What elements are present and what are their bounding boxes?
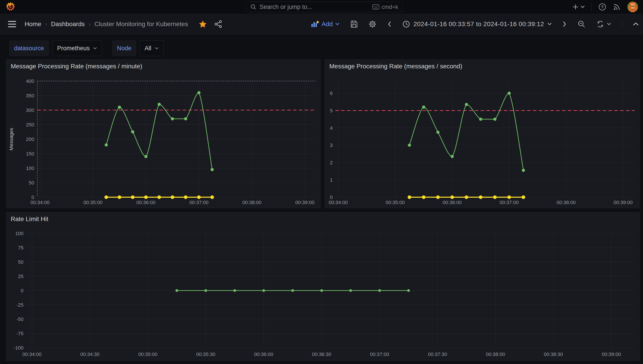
node-value: All	[145, 45, 151, 52]
zoom-out-button[interactable]	[577, 20, 585, 28]
svg-text:150: 150	[26, 151, 34, 156]
svg-text:00:39:00: 00:39:00	[613, 200, 633, 205]
breadcrumb-item-dashboards[interactable]: Dashboards	[51, 20, 85, 28]
svg-text:-75: -75	[16, 331, 24, 336]
time-shift-forward-button[interactable]	[562, 21, 567, 27]
svg-text:00:39:00: 00:39:00	[295, 200, 315, 205]
svg-text:50: 50	[29, 180, 34, 186]
svg-text:?: ?	[601, 5, 604, 10]
dashboard-settings-button[interactable]	[368, 20, 376, 28]
share-button[interactable]	[215, 20, 223, 28]
favorite-button[interactable]	[199, 20, 207, 28]
news-button[interactable]	[613, 3, 621, 11]
chevron-down-icon	[548, 23, 552, 26]
time-range-picker[interactable]: 2024-01-16 00:33:57 to 2024-01-16 00:39:…	[402, 20, 551, 28]
shortcut-hint: cmd+k	[372, 4, 398, 10]
chevron-up-icon	[633, 22, 639, 26]
svg-text:00:38:00: 00:38:00	[556, 200, 576, 205]
variable-filters: datasource Prometheus Node All	[10, 40, 164, 56]
time-shift-back-button[interactable]	[387, 21, 392, 27]
svg-text:100: 100	[15, 231, 24, 236]
breadcrumb-item-current: Cluster Monitoring for Kubernetes	[94, 20, 188, 28]
topbar-divider	[591, 3, 592, 11]
svg-text:200: 200	[26, 136, 34, 142]
svg-text:00:36:00: 00:36:00	[254, 352, 273, 357]
search-box[interactable]: Search or jump to... cmd+k	[246, 2, 402, 12]
top-bar: Search or jump to... cmd+k	[0, 0, 643, 14]
svg-text:5: 5	[330, 108, 333, 114]
chevron-down-icon	[607, 23, 611, 26]
collapse-toolbar-button[interactable]	[633, 22, 639, 26]
svg-text:0: 0	[32, 194, 34, 200]
svg-text:00:34:00: 00:34:00	[22, 352, 42, 357]
svg-text:00:38:30: 00:38:30	[544, 352, 563, 357]
save-dashboard-button[interactable]	[350, 20, 358, 28]
chevron-down-icon	[155, 47, 158, 50]
chevron-left-icon	[387, 21, 392, 27]
svg-text:00:38:00: 00:38:00	[486, 352, 505, 357]
datasource-variable-label: datasource	[10, 40, 49, 56]
svg-text:350: 350	[26, 93, 34, 98]
svg-text:00:34:30: 00:34:30	[80, 352, 99, 357]
breadcrumb-item-home[interactable]: Home	[25, 20, 41, 28]
time-range-label: 2024-01-16 00:33:57 to 2024-01-16 00:39:…	[413, 20, 544, 28]
save-icon	[350, 20, 358, 28]
panel-chart: 40035030025020015010050000:34:0000:35:00…	[6, 60, 321, 208]
svg-text:00:34:00: 00:34:00	[329, 200, 348, 205]
svg-text:00:35:00: 00:35:00	[138, 352, 157, 357]
user-avatar[interactable]	[627, 2, 638, 12]
breadcrumb-separator: ›	[88, 22, 91, 27]
svg-text:4: 4	[330, 125, 333, 131]
node-variable-label: Node	[112, 40, 136, 56]
svg-text:50: 50	[18, 259, 24, 265]
new-button[interactable]	[572, 4, 585, 10]
svg-text:00:35:00: 00:35:00	[386, 200, 405, 205]
chevron-down-icon	[335, 23, 339, 26]
svg-text:00:36:00: 00:36:00	[136, 200, 156, 205]
chevron-down-icon	[93, 47, 97, 50]
svg-text:-50: -50	[16, 316, 24, 322]
svg-text:6: 6	[330, 90, 333, 96]
gear-icon	[368, 20, 376, 28]
refresh-icon	[596, 20, 604, 28]
panel-title[interactable]: Rate Limit Hit	[11, 216, 48, 223]
shortcut-label: cmd+k	[382, 4, 398, 10]
svg-text:-100: -100	[14, 345, 24, 350]
svg-text:00:36:30: 00:36:30	[312, 352, 331, 357]
add-panel-button[interactable]: Add	[311, 20, 340, 28]
share-icon	[215, 20, 223, 28]
svg-text:00:37:00: 00:37:00	[370, 352, 389, 357]
panel-message-rate-minute: Message Processing Rate (messages / minu…	[6, 60, 321, 208]
chevron-right-icon	[562, 21, 567, 27]
grafana-logo[interactable]	[6, 2, 15, 12]
toolbar-divider	[622, 20, 622, 28]
svg-text:0: 0	[21, 288, 24, 294]
datasource-value: Prometheus	[57, 45, 90, 52]
panel-title[interactable]: Message Processing Rate (messages / minu…	[11, 63, 142, 70]
svg-text:75: 75	[18, 245, 24, 250]
clock-icon	[402, 20, 410, 28]
add-panel-icon	[311, 20, 319, 28]
svg-text:250: 250	[26, 122, 34, 128]
svg-text:1: 1	[330, 177, 333, 183]
svg-text:Messages: Messages	[9, 128, 14, 150]
svg-text:00:35:00: 00:35:00	[83, 200, 103, 205]
help-button[interactable]: ?	[598, 3, 606, 11]
panel-title[interactable]: Message Processing Rate (messages / seco…	[329, 63, 462, 70]
panel-chart: 1007550250-25-50-75-10000:34:0000:34:300…	[6, 212, 640, 361]
topbar-actions: ?	[572, 0, 638, 14]
avatar-image	[627, 2, 638, 12]
menu-toggle-button[interactable]	[8, 21, 16, 27]
datasource-variable-select[interactable]: Prometheus	[52, 40, 102, 56]
svg-text:300: 300	[26, 108, 34, 113]
zoom-out-icon	[577, 20, 585, 28]
keyboard-icon	[372, 4, 379, 10]
svg-text:00:39:00: 00:39:00	[602, 352, 621, 357]
plus-icon	[572, 4, 579, 10]
help-icon: ?	[598, 3, 606, 11]
chevron-down-icon	[581, 6, 585, 8]
svg-text:100: 100	[26, 166, 34, 171]
panel-message-rate-second: Message Processing Rate (messages / seco…	[325, 60, 640, 208]
node-variable-select[interactable]: All	[139, 40, 164, 56]
refresh-button[interactable]	[596, 20, 611, 28]
